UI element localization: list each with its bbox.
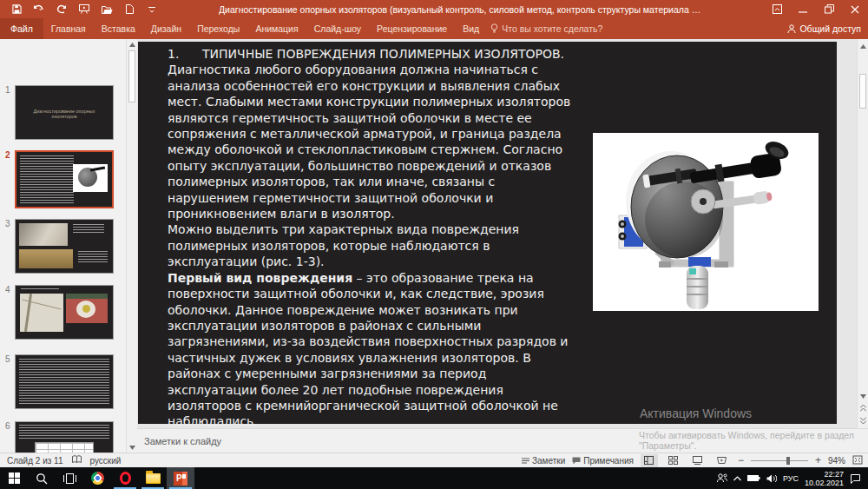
tab-insert[interactable]: Вставка [94, 18, 143, 39]
file-explorer-icon [146, 473, 161, 484]
zoom-in-button[interactable]: + [815, 454, 821, 466]
slide-paragraph: Можно выделить три характерных вида повр… [168, 221, 571, 269]
system-tray: РУС 22:27 10.02.2021 [716, 470, 868, 487]
notes-pane[interactable]: Заметки к слайду Чтобы активировать Wind… [137, 428, 868, 453]
scroll-up-icon[interactable] [127, 39, 137, 50]
clock-date: 10.02.2021 [805, 479, 844, 487]
slide-thumbnail-5[interactable] [15, 354, 114, 409]
slide-number: 5 [5, 354, 10, 364]
slide-number: 2 [5, 150, 10, 160]
redo-icon[interactable] [50, 2, 73, 17]
action-center-icon[interactable] [850, 473, 861, 484]
start-slideshow-icon[interactable] [73, 2, 95, 17]
new-file-icon[interactable] [118, 2, 141, 17]
search-icon [36, 472, 48, 485]
windows-logo-icon [9, 472, 20, 484]
tab-file[interactable]: Файл [0, 18, 43, 39]
taskbar-search-button[interactable] [28, 467, 56, 489]
tab-slideshow[interactable]: Слайд-шоу [306, 18, 369, 39]
previous-slide-icon[interactable] [858, 403, 868, 413]
chrome-icon [91, 472, 104, 485]
slide-number: 1 [5, 85, 10, 95]
start-button[interactable] [0, 467, 28, 489]
zoom-slider-thumb[interactable] [786, 457, 790, 465]
slide-thumbnail-1[interactable]: Диагностирование опорных изоляторов [15, 85, 114, 140]
share-button[interactable]: Общий доступ [787, 23, 861, 34]
minimize-button[interactable] [790, 0, 816, 18]
slide-thumbnail-6[interactable] [15, 421, 114, 453]
scroll-up-icon[interactable] [858, 41, 868, 51]
comments-toggle[interactable]: Примечания [572, 456, 634, 466]
window-title: Диагностирование опорных изоляторов (виз… [219, 4, 705, 15]
tab-home[interactable]: Главная [43, 18, 94, 39]
normal-view-button[interactable] [641, 454, 658, 467]
slideshow-view-button[interactable] [713, 454, 731, 467]
reading-view-button[interactable] [689, 454, 707, 467]
tab-review[interactable]: Рецензирование [369, 18, 455, 39]
taskbar-clock[interactable]: 22:27 10.02.2021 [805, 470, 844, 487]
language-indicator[interactable]: русский [90, 456, 122, 466]
slide-text-box[interactable]: 1. ТИПИЧНЫЕ ПОВРЕЖДЕНИЯ ПОЛИМЕРНЫХ ИЗОЛЯ… [168, 46, 571, 430]
taskbar-powerpoint-button[interactable]: P [167, 467, 194, 489]
zoom-slider[interactable] [751, 454, 808, 467]
save-icon[interactable] [5, 2, 28, 17]
proofing-icon[interactable] [72, 455, 82, 466]
taskbar-opera-button[interactable] [111, 467, 139, 489]
slide-thumbnail-pane: 1 Диагностирование опорных изоляторов 2 … [0, 39, 137, 453]
comments-icon [572, 457, 581, 465]
slide-thumbnail-4[interactable] [15, 285, 114, 340]
powerpoint-window: Диагностирование опорных изоляторов (виз… [0, 0, 868, 489]
slide-thumbnail-2-selected[interactable] [15, 150, 114, 208]
ribbon-display-options-icon[interactable] [764, 0, 790, 18]
tab-design[interactable]: Дизайн [143, 18, 189, 39]
close-button[interactable] [842, 0, 868, 18]
restore-button[interactable] [816, 0, 842, 18]
slide-number: 4 [5, 285, 10, 294]
zoom-out-button[interactable]: − [738, 454, 744, 466]
slide-image-device[interactable] [593, 133, 819, 311]
show-hidden-icons-chevron[interactable] [733, 476, 741, 481]
scroll-down-icon[interactable] [858, 391, 868, 401]
activation-watermark-title: Активация Windows [640, 406, 752, 420]
clock-time: 22:27 [805, 470, 844, 479]
task-view-icon [63, 473, 76, 484]
tell-me-box[interactable]: Что вы хотите сделать? [490, 23, 602, 34]
slide-paragraph: Первый вид повреждения – это образование… [168, 270, 571, 430]
slide-thumbnail-3[interactable] [15, 219, 114, 274]
scrollbar-thumb[interactable] [128, 50, 135, 102]
volume-icon[interactable] [766, 474, 777, 483]
slide-sorter-view-button[interactable] [665, 454, 682, 467]
fit-slide-to-window-icon[interactable] [852, 455, 863, 466]
notes-placeholder: Заметки к слайду [144, 436, 221, 446]
customize-qat-icon[interactable] [141, 2, 163, 17]
scroll-down-icon[interactable] [127, 442, 137, 453]
zoom-level[interactable]: 94% [828, 456, 845, 466]
notes-toggle[interactable]: Заметки [522, 456, 565, 466]
taskbar-chrome-button[interactable] [83, 467, 111, 489]
next-slide-icon[interactable] [858, 415, 868, 426]
opera-icon [120, 472, 131, 485]
undo-icon[interactable] [28, 2, 50, 17]
windows-taskbar: P РУС 22:27 10.02.2021 [0, 467, 868, 489]
input-language-badge[interactable]: РУС [783, 474, 799, 483]
editor-scrollbar[interactable] [857, 39, 868, 428]
activation-watermark-body: Чтобы активировать Windows, перейдите в … [639, 430, 854, 451]
open-icon[interactable] [95, 2, 118, 17]
tab-animations[interactable]: Анимация [247, 18, 306, 39]
taskbar-explorer-button[interactable] [139, 467, 167, 489]
powerpoint-icon: P [174, 472, 187, 486]
scrollbar-thumb[interactable] [859, 74, 866, 109]
person-icon [787, 24, 796, 34]
device-illustration [593, 133, 819, 311]
task-view-button[interactable] [56, 467, 83, 489]
tab-view[interactable]: Вид [455, 18, 487, 39]
current-slide-canvas[interactable]: 1. ТИПИЧНЫЕ ПОВРЕЖДЕНИЯ ПОЛИМЕРНЫХ ИЗОЛЯ… [138, 42, 837, 424]
lightbulb-icon [490, 23, 498, 34]
notes-icon [522, 457, 529, 465]
tab-transitions[interactable]: Переходы [189, 18, 247, 39]
thumbnail-scrollbar[interactable] [126, 39, 137, 453]
slide-heading: 1. ТИПИЧНЫЕ ПОВРЕЖДЕНИЯ ПОЛИМЕРНЫХ ИЗОЛЯ… [168, 46, 571, 62]
battery-icon[interactable] [747, 474, 760, 482]
people-icon[interactable] [716, 473, 727, 483]
slide-number: 6 [5, 421, 10, 431]
